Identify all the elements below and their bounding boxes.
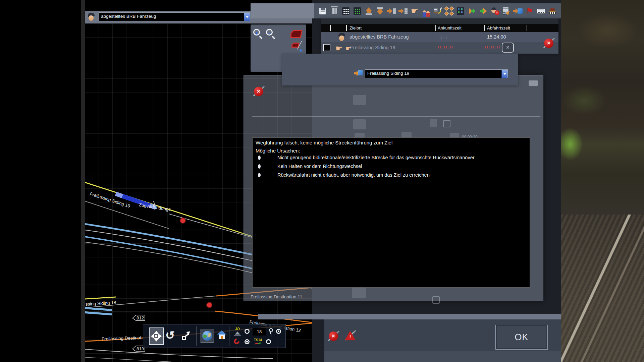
destination-dropdown-value: Freilassing Siding 19 bbox=[365, 70, 501, 78]
ghost-divider bbox=[252, 116, 540, 117]
error-cause-item: Kein Halten vor dem Richtungswechsel bbox=[258, 164, 362, 169]
vehicle-dropdown[interactable]: abgestelltes BRB Fahrzeug bbox=[99, 12, 250, 21]
toolbar-spacer-panel bbox=[251, 3, 314, 18]
table-row[interactable]: abgestelltes BRB Fahrzeug --:--:-- 15:24… bbox=[321, 32, 558, 42]
expand-icon[interactable] bbox=[444, 5, 454, 17]
move-down-icon[interactable] bbox=[375, 5, 385, 17]
table-row[interactable]: ☛ ☛ Freilassing Siding 19 !!:!!:!! !!:!!… bbox=[321, 42, 558, 54]
save-icon[interactable] bbox=[318, 5, 328, 17]
map-toolbar: ↺ 3D 18 TS14 bbox=[143, 324, 286, 348]
row-zielort: abgestelltes BRB Fahrzeug bbox=[350, 34, 409, 40]
dialog-footer: × ! OK bbox=[324, 319, 561, 362]
ghost-control bbox=[352, 287, 366, 298]
map-marker-dot[interactable] bbox=[180, 218, 185, 223]
remove-driver-icon[interactable]: × bbox=[490, 5, 500, 17]
flag-icon[interactable]: ⚑ bbox=[525, 5, 535, 17]
destination-panel: Freilassing Siding 19 bbox=[282, 54, 518, 85]
error-cause-item: Rückwärtsfahrt nicht erlaubt, aber notwe… bbox=[258, 172, 430, 178]
warning-stamp-icon: ! bbox=[344, 329, 357, 342]
delete-pin-icon[interactable]: × bbox=[253, 85, 265, 98]
ghost-control bbox=[353, 95, 366, 105]
toolbar-divider bbox=[196, 326, 197, 346]
couple-icon[interactable] bbox=[387, 5, 397, 17]
driver-head-icon bbox=[337, 33, 346, 42]
error-stamp-icon: × bbox=[327, 330, 340, 343]
row-ankunft-invalid: !!:!!:!! bbox=[438, 45, 453, 50]
move-up-icon[interactable] bbox=[364, 5, 374, 17]
map-label-zugverbindung: Zugverbindung1 bbox=[139, 202, 172, 212]
instruction-hand-icon[interactable]: ☛ bbox=[410, 5, 420, 17]
ghost-button bbox=[529, 80, 538, 86]
rotate-tool-button[interactable]: ↺ bbox=[165, 327, 175, 343]
add-service-reverse-icon[interactable] bbox=[479, 5, 489, 17]
area-tool-icon[interactable] bbox=[290, 30, 303, 38]
ghost-control bbox=[353, 119, 366, 129]
overlay-radio[interactable] bbox=[276, 329, 281, 334]
refuel-icon[interactable] bbox=[433, 5, 443, 17]
ok-button[interactable]: OK bbox=[495, 325, 548, 350]
delete-icon[interactable] bbox=[329, 5, 339, 17]
track-tag-812-label: 812 bbox=[137, 315, 144, 320]
row-ankunft: --:--:-- bbox=[438, 34, 450, 40]
map-label-siding18: ssing Siding 18 bbox=[85, 300, 116, 307]
map-marker-dot[interactable] bbox=[207, 302, 212, 308]
passengers-icon[interactable] bbox=[421, 5, 431, 17]
decouple-icon[interactable] bbox=[398, 5, 408, 17]
zoom-in-button[interactable]: + bbox=[253, 28, 264, 40]
column-zielort: Zielort bbox=[350, 25, 362, 31]
vehicle-dropdown-button[interactable] bbox=[244, 13, 250, 21]
train-tail bbox=[116, 194, 123, 196]
bullet-icon bbox=[258, 173, 261, 177]
depot-icon[interactable] bbox=[547, 5, 557, 17]
world-view-button[interactable] bbox=[201, 329, 214, 343]
delete-instruction-pin-icon[interactable]: × bbox=[543, 37, 555, 50]
zoom-in-icon: + bbox=[253, 29, 260, 36]
chevron-down-icon bbox=[246, 16, 249, 20]
globe-icon bbox=[202, 331, 212, 341]
column-ankunftszeit: Ankunftszeit bbox=[438, 25, 462, 31]
snap-magnet-icon bbox=[232, 337, 240, 345]
mode-ts14-radio[interactable] bbox=[266, 339, 271, 344]
edit-timetable-icon[interactable]: ⚙ bbox=[501, 5, 512, 17]
keyboard-icon[interactable] bbox=[536, 5, 546, 17]
row-zielort: Freilassing Siding 19 bbox=[350, 45, 395, 50]
column-abfahrtszeit: Abfahrtszeit bbox=[487, 25, 510, 31]
row-checkbox[interactable] bbox=[323, 44, 330, 51]
destination-dropdown-button[interactable] bbox=[501, 70, 507, 78]
chevron-down-icon bbox=[503, 73, 506, 77]
world-left-sliver bbox=[81, 0, 85, 362]
error-cause-item: Nicht genügend bidirektionale/elektrifiz… bbox=[258, 155, 475, 160]
pan-tool-button[interactable] bbox=[149, 327, 164, 345]
grid-green-icon[interactable] bbox=[352, 5, 362, 17]
destination-dropdown[interactable]: Freilassing Siding 19 bbox=[365, 69, 508, 78]
add-service-forward-icon[interactable] bbox=[467, 5, 477, 17]
key-icon bbox=[269, 328, 272, 335]
mode-3d-radio[interactable] bbox=[245, 329, 250, 334]
map-label-siding19: Freilassing Siding 19 bbox=[89, 191, 131, 209]
app-window: abgestelltes BRB Fahrzeug Freilassing Si… bbox=[0, 0, 644, 362]
consist-blocks-icon[interactable] bbox=[455, 5, 466, 17]
vehicle-dropdown-value: abgestelltes BRB Fahrzeug bbox=[99, 13, 244, 21]
zoom-out-icon: − bbox=[266, 29, 273, 36]
row-abfahrt: 15:24:00 bbox=[487, 34, 506, 40]
portal-icon[interactable] bbox=[513, 5, 523, 17]
mode-3d-icon: 3D bbox=[233, 327, 242, 336]
instruction-hand-icon: ☛ bbox=[335, 44, 343, 53]
home-view-button[interactable] bbox=[217, 330, 227, 340]
footer-bottom-strip bbox=[324, 351, 561, 362]
snap-radio[interactable] bbox=[245, 339, 250, 344]
table-top-strip bbox=[321, 18, 558, 24]
error-causes-label: Mögliche Ursachen: bbox=[256, 148, 300, 154]
pan-icon bbox=[151, 331, 162, 342]
destination-arrow-icon bbox=[354, 69, 364, 78]
zoom-level-display: 18 bbox=[253, 328, 266, 336]
mode-ts14-icon: TS14 bbox=[254, 339, 262, 344]
driver-head-icon bbox=[87, 12, 96, 22]
edit-vertex-icon bbox=[300, 49, 302, 52]
ghost-checkbox bbox=[432, 296, 440, 304]
grid-white-icon[interactable] bbox=[341, 5, 351, 17]
zoom-out-button[interactable]: − bbox=[265, 28, 277, 40]
row-abfahrt-invalid: !!:!!:!! bbox=[485, 45, 500, 50]
jump-tool-button[interactable] bbox=[182, 330, 192, 341]
remove-row-button[interactable]: × bbox=[502, 43, 514, 53]
